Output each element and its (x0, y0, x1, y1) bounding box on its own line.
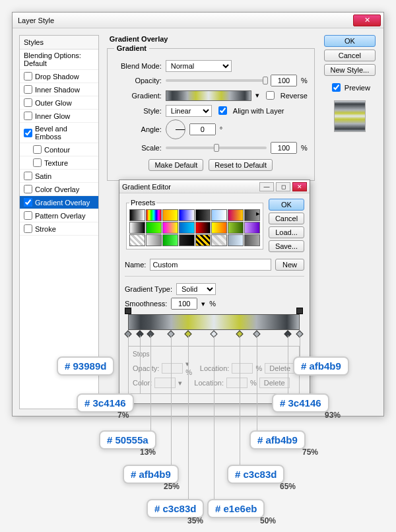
dropdown-icon[interactable]: ▾ (255, 91, 259, 100)
preset-swatch[interactable] (129, 234, 145, 246)
blend-mode-select[interactable]: Normal (166, 60, 232, 72)
style-item-texture[interactable]: Texture (20, 156, 98, 170)
preset-swatch[interactable] (244, 222, 260, 234)
editor-close-button[interactable]: ✕ (292, 182, 307, 191)
presets-menu-icon[interactable]: ▸ (256, 209, 260, 218)
preset-swatch[interactable] (211, 209, 227, 221)
color-callout: # afb4b9 (293, 356, 349, 376)
ok-button[interactable]: OK (324, 35, 376, 47)
scale-slider[interactable] (166, 147, 267, 149)
opacity-slider[interactable] (166, 79, 267, 82)
style-item-inner-shadow[interactable]: Inner Shadow (20, 83, 98, 96)
style-checkbox[interactable] (24, 211, 32, 220)
reverse-checkbox[interactable] (266, 91, 275, 100)
style-checkbox[interactable] (24, 224, 32, 233)
style-item-inner-glow[interactable]: Inner Glow (20, 110, 98, 123)
style-item-pattern-overlay[interactable]: Pattern Overlay (20, 209, 98, 222)
stop-color-location-input[interactable] (226, 378, 248, 388)
styles-header: Styles (20, 36, 98, 50)
preset-swatch[interactable] (228, 222, 244, 234)
stop-location-input[interactable] (232, 363, 253, 374)
stop-color-swatch[interactable] (154, 378, 176, 388)
style-item-contour[interactable]: Contour (20, 143, 98, 156)
style-checkbox[interactable] (24, 129, 32, 137)
style-item-stroke[interactable]: Stroke (20, 222, 98, 236)
gradient-bar[interactable] (128, 314, 300, 330)
angle-dial[interactable] (166, 119, 185, 139)
make-default-button[interactable]: Make Default (148, 159, 203, 171)
presets-panel: Presets ▸ (126, 199, 263, 249)
preset-swatch[interactable] (162, 209, 178, 221)
preview-checkbox[interactable] (332, 83, 341, 92)
style-checkbox[interactable] (24, 185, 32, 193)
gradient-label: Gradient: (114, 92, 162, 100)
gradient-swatch[interactable] (166, 90, 251, 101)
dropdown-icon[interactable]: ▾ (201, 300, 205, 308)
style-item-satin[interactable]: Satin (20, 170, 98, 183)
opacity-stop[interactable] (296, 308, 303, 314)
angle-input[interactable] (189, 123, 216, 135)
cancel-button[interactable]: Cancel (324, 50, 376, 61)
delete-color-stop-button[interactable]: Delete (259, 378, 290, 388)
preset-swatch[interactable] (146, 209, 162, 221)
style-checkbox[interactable] (33, 145, 42, 154)
preset-swatch[interactable] (228, 234, 244, 246)
maximize-button[interactable]: ◻ (276, 182, 290, 191)
new-button[interactable]: New (275, 259, 304, 271)
style-checkbox[interactable] (24, 85, 32, 94)
minimize-button[interactable]: — (259, 182, 274, 191)
blending-options-row[interactable]: Blending Options: Default (20, 50, 98, 70)
style-item-bevel-and-emboss[interactable]: Bevel and Emboss (20, 123, 98, 143)
preset-swatch[interactable] (195, 234, 211, 246)
preset-swatch[interactable] (146, 234, 162, 246)
style-checkbox[interactable] (33, 158, 42, 167)
titlebar[interactable]: Layer Style ✕ (13, 13, 383, 28)
preset-swatch[interactable] (195, 209, 211, 221)
preset-swatch[interactable] (244, 234, 260, 246)
preset-swatch[interactable] (129, 209, 145, 221)
style-checkbox[interactable] (24, 198, 32, 207)
opacity-input[interactable] (271, 75, 297, 86)
preset-swatch[interactable] (211, 234, 227, 246)
editor-ok-button[interactable]: OK (269, 199, 304, 211)
preset-swatch[interactable] (195, 222, 211, 234)
opacity-stop[interactable] (125, 308, 131, 314)
save-button[interactable]: Save... (269, 240, 304, 252)
stop-percent-label: 7% (117, 411, 129, 420)
stop-opacity-input[interactable] (162, 363, 183, 374)
align-checkbox[interactable] (218, 106, 227, 115)
delete-opacity-stop-button[interactable]: Delete (265, 363, 295, 374)
preset-swatch[interactable] (179, 222, 195, 234)
angle-label: Angle: (114, 125, 162, 133)
style-checkbox[interactable] (24, 112, 32, 120)
stop-percent-label: 93% (325, 411, 341, 420)
scale-input[interactable] (271, 142, 297, 154)
preset-swatch[interactable] (179, 234, 195, 246)
preset-swatch[interactable] (146, 222, 162, 234)
preset-swatch[interactable] (228, 209, 244, 221)
stop-percent-label: 25% (164, 482, 180, 491)
preset-swatch[interactable] (179, 209, 195, 221)
editor-cancel-button[interactable]: Cancel (269, 213, 304, 224)
editor-titlebar[interactable]: Gradient Editor — ◻ ✕ (119, 180, 310, 193)
preset-swatch[interactable] (162, 234, 178, 246)
reset-default-button[interactable]: Reset to Default (209, 159, 273, 171)
preset-swatch[interactable] (211, 222, 227, 234)
close-button[interactable]: ✕ (353, 15, 381, 26)
load-button[interactable]: Load... (269, 226, 304, 238)
style-item-outer-glow[interactable]: Outer Glow (20, 96, 98, 110)
opacity-label: Opacity: (114, 77, 162, 84)
style-checkbox[interactable] (24, 98, 32, 107)
new-style-button[interactable]: New Style... (324, 64, 376, 76)
style-item-gradient-overlay[interactable]: Gradient Overlay (20, 196, 98, 209)
gradient-type-select[interactable]: Solid (176, 283, 216, 295)
style-checkbox[interactable] (24, 72, 32, 81)
gradient-name-input[interactable] (150, 259, 271, 271)
style-checkbox[interactable] (24, 172, 32, 180)
smoothness-input[interactable] (171, 298, 197, 310)
style-item-drop-shadow[interactable]: Drop Shadow (20, 70, 98, 83)
style-select[interactable]: Linear (166, 105, 212, 117)
preset-swatch[interactable] (129, 222, 145, 234)
style-item-color-overlay[interactable]: Color Overlay (20, 183, 98, 196)
preset-swatch[interactable] (162, 222, 178, 234)
